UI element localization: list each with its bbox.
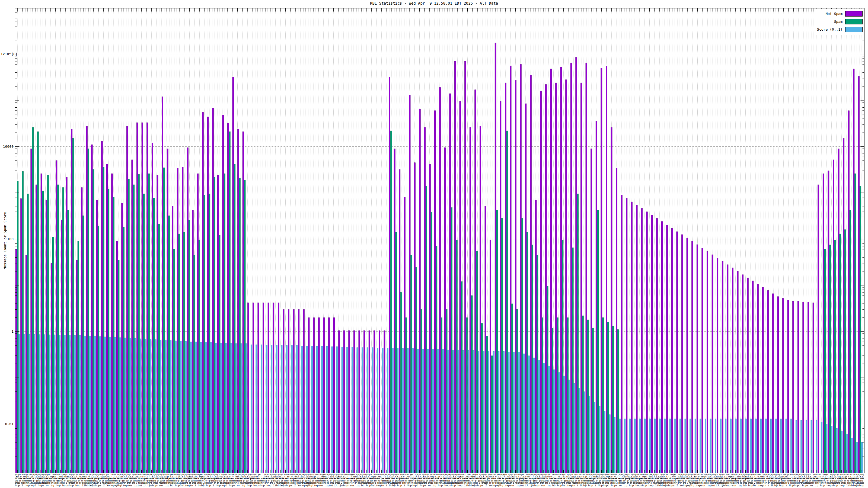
bar-2-133 <box>690 419 691 473</box>
x-axis-labels-row-5: shops hoporgrilgtiepesigiltiepsorg ot-sh… <box>15 482 864 484</box>
bar-2-141 <box>730 419 731 473</box>
bar-2-42 <box>230 343 232 474</box>
bar-2-6 <box>49 335 50 474</box>
bar-2-0 <box>19 334 20 473</box>
bar-2-102 <box>533 358 535 474</box>
bar-0-92 <box>479 126 481 473</box>
bar-0-147 <box>757 284 758 474</box>
bar-0-39 <box>212 108 214 474</box>
bar-0-152 <box>782 298 784 474</box>
bar-0-74 <box>389 77 390 474</box>
bar-1-100 <box>522 218 523 473</box>
bar-0-2 <box>26 255 27 474</box>
bar-0-30 <box>167 149 168 473</box>
bar-2-125 <box>649 419 651 473</box>
bar-2-129 <box>670 419 671 473</box>
bar-0-140 <box>722 261 723 474</box>
bar-0-20 <box>116 241 118 473</box>
bar-0-14 <box>86 126 87 473</box>
bar-1-111 <box>577 194 579 474</box>
bar-2-21 <box>124 338 126 473</box>
bar-2-71 <box>377 348 378 474</box>
bar-2-82 <box>432 350 434 474</box>
bar-0-91 <box>475 90 476 474</box>
bar-1-34 <box>188 220 190 474</box>
legend: Not Spam Spam Score (0..1) <box>814 9 864 35</box>
bar-2-158 <box>816 420 817 473</box>
bar-1-106 <box>552 328 553 473</box>
bar-2-47 <box>256 345 257 473</box>
bar-2-77 <box>407 348 408 473</box>
bar-0-94 <box>490 240 491 473</box>
bar-0-21 <box>122 203 123 474</box>
bar-1-27 <box>153 198 155 474</box>
bar-2-151 <box>780 419 782 473</box>
bar-0-54 <box>288 310 289 473</box>
bar-2-80 <box>422 349 424 474</box>
bar-0-50 <box>268 302 269 473</box>
bar-0-103 <box>535 200 536 474</box>
bar-0-89 <box>465 61 466 474</box>
bar-1-18 <box>108 189 109 474</box>
bar-0-73 <box>384 330 385 473</box>
bar-2-112 <box>584 392 585 474</box>
bar-2-57 <box>306 346 308 474</box>
bar-0-57 <box>303 310 304 473</box>
bar-2-135 <box>700 419 701 473</box>
bar-2-7 <box>54 335 55 474</box>
bar-2-74 <box>392 348 393 474</box>
bar-1-162 <box>834 240 836 473</box>
bar-0-77 <box>404 197 405 474</box>
bar-2-149 <box>770 419 772 473</box>
bar-1-3 <box>32 127 34 474</box>
bar-2-91 <box>478 351 479 473</box>
bar-0-16 <box>96 200 98 474</box>
bar-1-79 <box>415 267 417 473</box>
bar-0-100 <box>520 64 521 473</box>
bar-1-31 <box>173 249 175 473</box>
bar-0-82 <box>429 164 431 474</box>
bar-2-140 <box>725 419 726 473</box>
bar-0-117 <box>606 66 607 474</box>
bar-0-153 <box>787 300 789 474</box>
bar-0-5 <box>41 173 42 473</box>
bar-2-55 <box>296 346 298 473</box>
bar-0-95 <box>495 43 496 473</box>
bar-0-55 <box>293 310 294 473</box>
bar-1-10 <box>67 210 69 473</box>
bar-0-80 <box>419 109 421 474</box>
bar-2-109 <box>568 380 570 473</box>
bar-2-117 <box>609 415 610 474</box>
bar-1-41 <box>224 173 225 473</box>
bar-0-51 <box>273 302 274 473</box>
bar-0-123 <box>636 205 638 474</box>
bar-0-156 <box>803 302 804 474</box>
bar-0-11 <box>71 129 72 474</box>
bar-2-93 <box>488 351 489 473</box>
bar-0-85 <box>444 148 446 473</box>
bar-1-44 <box>239 178 240 473</box>
bar-1-95 <box>496 210 498 473</box>
bar-0-18 <box>106 164 108 474</box>
bar-0-46 <box>248 302 249 473</box>
bar-0-83 <box>434 110 436 474</box>
bar-2-108 <box>564 376 565 473</box>
bar-2-94 <box>493 351 494 473</box>
bar-2-36 <box>200 342 202 474</box>
bar-0-60 <box>318 318 319 473</box>
bar-0-48 <box>258 302 259 473</box>
bar-0-107 <box>555 83 557 473</box>
bar-0-81 <box>424 127 426 474</box>
bar-2-23 <box>134 338 136 473</box>
bar-0-24 <box>136 123 138 473</box>
bar-0-75 <box>394 149 395 473</box>
bar-0-105 <box>545 85 547 474</box>
bar-2-153 <box>791 419 792 473</box>
bar-2-4 <box>39 334 40 474</box>
bar-0-62 <box>328 318 330 473</box>
bar-2-53 <box>286 346 287 473</box>
legend-swatch-spam <box>845 19 863 24</box>
bar-0-127 <box>656 218 657 473</box>
bar-0-154 <box>793 301 794 473</box>
bar-0-162 <box>833 160 834 473</box>
